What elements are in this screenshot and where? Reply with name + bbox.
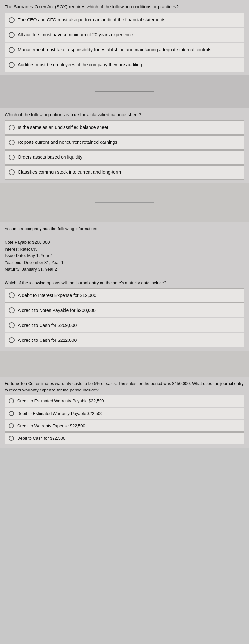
gap3 — [0, 351, 249, 377]
answer1-text2: All auditors must have a minimum of 20 y… — [18, 32, 135, 38]
question1-section: The Sarbanes-Oxley Act (SOX) requires wh… — [0, 0, 249, 75]
answer2-text3: Orders assets based on liquidity — [18, 154, 82, 161]
answer1-text1: The CEO and CFO must also perform an aud… — [18, 17, 167, 23]
radio-icon[interactable] — [9, 337, 15, 343]
answer4-option1[interactable]: Credit to Estimated Warranty Payable $22… — [5, 395, 244, 407]
answer3-option3[interactable]: A credit to Cash for $209,000 — [5, 318, 244, 332]
answer1-option3[interactable]: Management must take responsibility for … — [5, 43, 244, 57]
question4-section: Fortune Tea Co. estimates warranty costs… — [0, 377, 249, 448]
answer4-text2: Debit to Estimated Warranty Payable $22,… — [17, 411, 102, 416]
q3-yearend: Year-end: December 31, Year 1 — [5, 260, 64, 265]
radio-icon[interactable] — [9, 292, 15, 298]
q3-issue: Issue Date: May 1, Year 1 — [5, 253, 53, 258]
radio-icon[interactable] — [9, 169, 15, 175]
radio-icon[interactable] — [9, 398, 14, 403]
gap1 — [0, 75, 249, 108]
answer3-text4: A credit to Cash for $212,000 — [18, 337, 77, 344]
radio-icon[interactable] — [9, 155, 15, 160]
answer2-text1: Is the same as an unclassified balance s… — [18, 124, 108, 131]
radio-icon[interactable] — [9, 307, 15, 313]
radio-icon[interactable] — [9, 411, 14, 416]
answer4-text4: Debit to Cash for $22,500 — [17, 435, 65, 441]
q3-question: Which of the following options will the … — [5, 280, 166, 285]
question2-text: Which of the following options is true f… — [5, 112, 244, 118]
question4-block: Fortune Tea Co. estimates warranty costs… — [0, 377, 249, 448]
answer3-text2: A credit to Notes Payable for $200,000 — [18, 307, 96, 314]
radio-icon[interactable] — [9, 423, 14, 428]
radio-icon[interactable] — [9, 436, 14, 441]
question3-section: Assume a company has the following infor… — [0, 222, 249, 351]
q3-assume: Assume a company has the following infor… — [5, 226, 97, 231]
q3-maturity: Maturity: January 31, Year 2 — [5, 267, 57, 272]
radio-icon[interactable] — [9, 322, 15, 328]
answer1-option2[interactable]: All auditors must have a minimum of 20 y… — [5, 28, 244, 42]
answer1-text4: Auditors must be employees of the compan… — [18, 62, 144, 68]
question1-label: The Sarbanes-Oxley Act (SOX) requires wh… — [5, 4, 179, 9]
question2-text-before: Which of the following options is — [5, 112, 70, 117]
answer4-option4[interactable]: Debit to Cash for $22,500 — [5, 432, 244, 444]
answer2-text2: Reports current and noncurrent retained … — [18, 139, 117, 146]
question1-block: The Sarbanes-Oxley Act (SOX) requires wh… — [0, 0, 249, 75]
question4-info: Fortune Tea Co. estimates warranty costs… — [5, 380, 244, 393]
question1-text: The Sarbanes-Oxley Act (SOX) requires wh… — [5, 4, 244, 10]
radio-icon[interactable] — [9, 62, 15, 68]
divider-line — [95, 91, 154, 92]
answer3-text1: A debit to Interest Expense for $12,000 — [18, 292, 96, 299]
answer2-option2[interactable]: Reports current and noncurrent retained … — [5, 135, 244, 150]
question3-info: Assume a company has the following infor… — [5, 226, 244, 286]
question2-block: Which of the following options is true f… — [0, 108, 249, 183]
question2-text-bold: true — [70, 112, 79, 117]
answer3-text3: A credit to Cash for $209,000 — [18, 322, 77, 329]
radio-icon[interactable] — [9, 47, 15, 53]
answer4-option3[interactable]: Credit to Warranty Expense $22,500 — [5, 420, 244, 432]
answer2-option4[interactable]: Classifies common stock into current and… — [5, 165, 244, 180]
answer1-option1[interactable]: The CEO and CFO must also perform an aud… — [5, 13, 244, 27]
answer4-text3: Credit to Warranty Expense $22,500 — [17, 423, 85, 429]
question3-block: Assume a company has the following infor… — [0, 222, 249, 351]
answer1-text3: Management must take responsibility for … — [18, 47, 213, 53]
answer2-option3[interactable]: Orders assets based on liquidity — [5, 150, 244, 165]
answer3-option4[interactable]: A credit to Cash for $212,000 — [5, 333, 244, 347]
answer4-option2[interactable]: Debit to Estimated Warranty Payable $22,… — [5, 408, 244, 419]
answer4-text1: Credit to Estimated Warranty Payable $22… — [17, 398, 104, 404]
radio-icon[interactable] — [9, 17, 15, 23]
question4-label: Fortune Tea Co. estimates warranty costs… — [5, 381, 243, 392]
radio-icon[interactable] — [9, 32, 15, 38]
gap2 — [0, 183, 249, 222]
answer3-option2[interactable]: A credit to Notes Payable for $200,000 — [5, 303, 244, 317]
q3-rate: Interest Rate: 6% — [5, 247, 37, 252]
q3-note: Note Payable: $200,000 — [5, 240, 50, 245]
answer2-text4: Classifies common stock into current and… — [18, 169, 121, 176]
radio-icon[interactable] — [9, 140, 15, 145]
answer2-option1[interactable]: Is the same as an unclassified balance s… — [5, 120, 244, 135]
answer1-option4[interactable]: Auditors must be employees of the compan… — [5, 58, 244, 72]
radio-icon[interactable] — [9, 125, 15, 130]
question2-text-after: for a classified balance sheet? — [79, 112, 141, 117]
answer3-option1[interactable]: A debit to Interest Expense for $12,000 — [5, 288, 244, 303]
question2-section: Which of the following options is true f… — [0, 108, 249, 183]
divider-line2 — [95, 202, 154, 203]
